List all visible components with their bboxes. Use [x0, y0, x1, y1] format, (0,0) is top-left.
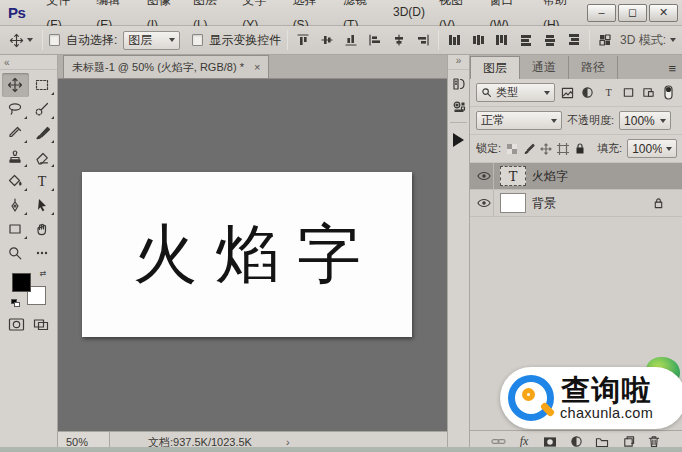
tools-panel: « T [0, 55, 58, 452]
photoshop-logo: Ps [8, 4, 25, 21]
tab-layers[interactable]: 图层 [470, 56, 520, 79]
clone-stamp-tool[interactable] [2, 145, 29, 169]
opacity-dropdown[interactable]: 100% [619, 111, 671, 130]
screen-mode-button[interactable] [33, 317, 50, 332]
layer-row-text[interactable]: T 火焰字 [470, 163, 682, 190]
align-vertical-centers-button[interactable] [318, 30, 336, 50]
collapsed-panel-icon-2[interactable] [449, 97, 468, 116]
chevron-down-icon [27, 38, 33, 42]
collapsed-panels-dock: » [447, 55, 470, 452]
visibility-toggle[interactable] [474, 163, 494, 189]
type-tool[interactable]: T [29, 169, 56, 193]
menu-3d[interactable]: 3D(D) [386, 0, 432, 25]
move-tool[interactable] [2, 73, 29, 97]
visibility-toggle[interactable] [474, 190, 494, 216]
distribute-top-edges-button[interactable] [445, 30, 463, 50]
fill-dropdown[interactable]: 100% [627, 139, 677, 158]
path-selection-tool[interactable] [29, 193, 56, 217]
3d-mode-control[interactable]: 3D 模式: [620, 32, 676, 49]
align-horizontal-centers-button[interactable] [390, 30, 408, 50]
toolbar-collapse-header[interactable]: « [0, 55, 57, 70]
color-swatches-widget: ⇄ [12, 273, 46, 305]
filter-shape-layers-icon[interactable] [621, 85, 636, 101]
foreground-color-swatch[interactable] [12, 273, 31, 292]
filter-adjustment-layers-icon[interactable] [580, 85, 595, 101]
brush-tool[interactable] [29, 121, 56, 145]
filter-kind-value: 类型 [496, 85, 540, 100]
eraser-tool[interactable] [29, 145, 56, 169]
quick-mask-button[interactable] [8, 317, 25, 332]
align-left-edges-button[interactable] [366, 30, 384, 50]
blend-mode-dropdown[interactable]: 正常 [476, 111, 562, 130]
tool-options-bar: 自动选择: 图层 显示变换控件 3D 模 [0, 26, 682, 55]
show-transform-label: 显示变换控件 [209, 32, 281, 49]
layer-name[interactable]: 背景 [532, 195, 647, 212]
distribute-vertical-centers-button[interactable] [469, 30, 487, 50]
distribute-right-edges-button[interactable] [565, 30, 583, 50]
lock-image-pixels-icon[interactable] [523, 143, 535, 155]
layer-name[interactable]: 火焰字 [532, 168, 678, 185]
tool-preset-picker[interactable] [6, 32, 36, 49]
chevron-down-icon [551, 119, 557, 123]
lock-all-icon[interactable] [574, 142, 586, 155]
blend-opacity-row: 正常 不透明度: 100% [470, 107, 682, 135]
canvas-text-layer: 火焰字 [133, 211, 379, 298]
zoom-tool[interactable] [2, 241, 29, 265]
auto-select-target-dropdown[interactable]: 图层 [123, 31, 180, 50]
document-tab[interactable]: 未标题-1 @ 50% (火焰字, RGB/8) * × [63, 55, 269, 78]
dock-collapse-header[interactable]: » [448, 55, 469, 70]
watermark-url: chaxunla.com [560, 405, 653, 421]
auto-align-layers-button[interactable] [596, 30, 614, 50]
lock-transparent-pixels-icon[interactable] [506, 143, 518, 155]
document-tab-title: 未标题-1 @ 50% (火焰字, RGB/8) * [72, 60, 244, 75]
lock-artboard-icon[interactable] [557, 143, 569, 155]
divider [589, 30, 590, 50]
rectangle-tool[interactable] [2, 217, 29, 241]
chevron-down-icon [169, 38, 175, 42]
blend-mode-value: 正常 [481, 112, 547, 129]
tab-close-icon[interactable]: × [254, 61, 260, 73]
text-layer-thumbnail[interactable]: T [500, 166, 526, 186]
distribute-horizontal-centers-button[interactable] [541, 30, 559, 50]
auto-select-checkbox[interactable] [49, 34, 60, 46]
distribute-bottom-edges-button[interactable] [493, 30, 511, 50]
show-transform-checkbox[interactable] [192, 34, 203, 46]
default-colors-icon[interactable] [11, 299, 20, 307]
filter-pixel-layers-icon[interactable] [560, 85, 575, 101]
tab-paths[interactable]: 路径 [569, 56, 618, 79]
quick-selection-tool[interactable] [29, 97, 56, 121]
filter-type-layers-icon[interactable]: T [601, 85, 616, 101]
edit-toolbar-button[interactable] [29, 241, 56, 265]
filter-toggle-switch[interactable] [661, 85, 676, 101]
lock-position-icon[interactable] [540, 143, 552, 155]
align-top-edges-button[interactable] [294, 30, 312, 50]
3d-mode-label: 3D 模式: [620, 32, 666, 49]
align-bottom-edges-button[interactable] [342, 30, 360, 50]
filter-kind-dropdown[interactable]: 类型 [476, 83, 555, 102]
background-layer-thumbnail[interactable] [500, 193, 526, 213]
tab-channels[interactable]: 通道 [520, 56, 569, 79]
paint-bucket-tool[interactable] [2, 169, 29, 193]
divider [42, 30, 43, 50]
pen-tool[interactable] [2, 193, 29, 217]
collapsed-panel-icon-1[interactable] [449, 74, 468, 93]
marquee-tool[interactable] [29, 73, 56, 97]
eyedropper-tool[interactable] [2, 121, 29, 145]
expand-panel-arrow[interactable] [453, 133, 464, 147]
align-right-edges-button[interactable] [414, 30, 432, 50]
panel-menu-icon[interactable]: ≡ [668, 62, 676, 75]
minimize-button[interactable]: – [587, 4, 616, 22]
canvas-workspace[interactable]: 火焰字 [58, 79, 447, 431]
document-canvas[interactable]: 火焰字 [82, 172, 412, 337]
distribute-left-edges-button[interactable] [517, 30, 535, 50]
lasso-tool[interactable] [2, 97, 29, 121]
maximize-button[interactable]: ◻ [618, 4, 647, 22]
lock-label: 锁定: [476, 141, 501, 156]
swap-colors-icon[interactable]: ⇄ [40, 269, 47, 278]
filter-smart-objects-icon[interactable] [641, 85, 656, 101]
close-button[interactable]: ✕ [649, 4, 678, 22]
chevron-down-icon [660, 119, 666, 123]
layer-row-background[interactable]: 背景 [470, 190, 682, 217]
opacity-value: 100% [624, 114, 656, 128]
hand-tool[interactable] [29, 217, 56, 241]
